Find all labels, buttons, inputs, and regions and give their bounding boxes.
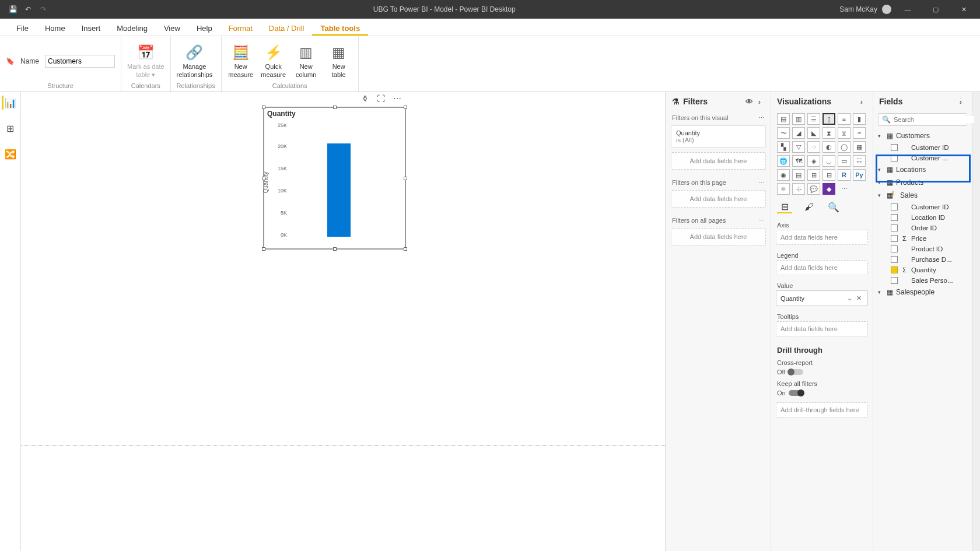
viz-card[interactable]: ▭ xyxy=(838,155,850,167)
format-mode-button[interactable]: 🖌 xyxy=(802,201,817,213)
keep-all-filters-toggle[interactable]: On xyxy=(777,389,804,396)
tab-format[interactable]: Format xyxy=(220,20,261,36)
checkbox[interactable] xyxy=(891,155,898,162)
report-canvas[interactable]: ⚱ ⛶ ⋯ Quantity Quantity 0K 5K 10K 15K 20… xyxy=(21,92,666,551)
viz-shape-map[interactable]: ◈ xyxy=(807,155,820,167)
viz-map[interactable]: 🌐 xyxy=(777,155,790,167)
tab-file[interactable]: File xyxy=(8,20,37,36)
field-sales-productid[interactable]: Product ID xyxy=(873,244,972,254)
manage-relationships-button[interactable]: 🔗 Manage relationships xyxy=(177,43,213,78)
resize-handle[interactable] xyxy=(404,177,407,180)
analytics-mode-button[interactable]: 🔍 xyxy=(826,201,841,213)
filter-dropzone[interactable]: Add data fields here xyxy=(671,228,766,245)
tooltips-well[interactable]: Add data fields here xyxy=(776,321,868,336)
field-customer-id[interactable]: Customer ID xyxy=(873,142,972,153)
field-customer-name[interactable]: Customer ... xyxy=(873,153,972,163)
tab-modeling[interactable]: Modeling xyxy=(108,20,156,36)
viz-line[interactable]: 〜 xyxy=(777,127,790,139)
checkbox[interactable] xyxy=(891,214,898,221)
viz-key-influencers[interactable]: ⚛ xyxy=(777,183,790,195)
viz-stacked-area[interactable]: ◣ xyxy=(807,127,820,139)
cross-report-toggle[interactable]: Off xyxy=(777,368,803,375)
drill-through-well[interactable]: Add drill-through fields here xyxy=(776,402,868,417)
resize-handle[interactable] xyxy=(333,106,337,109)
resize-handle[interactable] xyxy=(333,247,337,251)
maximize-icon[interactable]: ▢ xyxy=(924,6,947,13)
filter-dropzone[interactable]: Add data fields here xyxy=(671,190,766,208)
new-column-button[interactable]: ▥ New column xyxy=(293,43,320,78)
field-sales-quantity[interactable]: ΣQuantity xyxy=(873,265,972,275)
report-view-button[interactable]: 📊 xyxy=(2,96,16,110)
field-sales-customerid[interactable]: Customer ID xyxy=(873,202,972,212)
table-name-input[interactable] xyxy=(45,55,115,68)
viz-100-bar[interactable]: ≡ xyxy=(838,113,850,125)
viz-funnel[interactable]: ▽ xyxy=(792,141,805,153)
table-salespeople[interactable]: ▾ ▦ Salespeople xyxy=(873,286,972,299)
more-icon[interactable]: ⋯ xyxy=(758,114,765,122)
viz-gauge[interactable]: ◡ xyxy=(822,155,835,167)
more-icon[interactable]: ⋯ xyxy=(758,179,765,187)
field-sales-locationid[interactable]: Location ID xyxy=(873,212,972,223)
more-icon[interactable]: ⋯ xyxy=(393,94,401,103)
viz-stacked-bar[interactable]: ▤ xyxy=(777,113,790,125)
focus-mode-icon[interactable]: ⛶ xyxy=(377,94,385,103)
fields-search[interactable]: 🔍 xyxy=(878,113,967,126)
avatar[interactable] xyxy=(882,5,891,14)
visibility-icon[interactable]: 👁 xyxy=(744,97,754,106)
tab-datadrill[interactable]: Data / Drill xyxy=(261,20,313,36)
viz-kpi[interactable]: ◉ xyxy=(777,169,790,181)
viz-pie[interactable]: ◐ xyxy=(822,141,835,153)
viz-qa[interactable]: 💬 xyxy=(807,183,820,195)
checkbox[interactable] xyxy=(891,256,898,263)
field-sales-purchasedate[interactable]: Purchase D... xyxy=(873,254,972,265)
viz-filled-map[interactable]: 🗺 xyxy=(792,155,805,167)
data-view-button[interactable]: ⊞ xyxy=(4,121,18,135)
search-input[interactable] xyxy=(894,116,974,123)
viz-area[interactable]: ◢ xyxy=(792,127,805,139)
viz-table[interactable]: ⊞ xyxy=(807,169,820,181)
close-icon[interactable]: ✕ xyxy=(952,6,975,13)
vertical-scrollbar[interactable] xyxy=(972,92,980,551)
collapse-icon[interactable]: › xyxy=(856,97,867,106)
viz-decomposition[interactable]: ⊹ xyxy=(792,183,805,195)
table-customers[interactable]: ▾ ▦ Customers xyxy=(873,129,972,142)
collapse-icon[interactable]: › xyxy=(754,97,765,106)
viz-get-more[interactable]: ⋯ xyxy=(838,183,850,195)
resize-handle[interactable] xyxy=(262,106,265,109)
chevron-down-icon[interactable]: ⌄ xyxy=(845,294,855,302)
user-name[interactable]: Sam McKay xyxy=(839,5,877,13)
field-sales-salesperson[interactable]: Sales Perso... xyxy=(873,275,972,286)
viz-clustered-bar[interactable]: ☰ xyxy=(807,113,820,125)
viz-slicer[interactable]: ▤ xyxy=(792,169,805,181)
field-sales-price[interactable]: ΣPrice xyxy=(873,233,972,244)
checkbox-checked[interactable] xyxy=(891,266,898,273)
tab-view[interactable]: View xyxy=(156,20,188,36)
viz-stacked-column[interactable]: ▥ xyxy=(792,113,805,125)
viz-arcgis[interactable]: ◆ xyxy=(822,183,835,195)
value-well[interactable]: Quantity ⌄ ✕ xyxy=(776,290,868,306)
mark-as-date-button[interactable]: 📅 Mark as date table ▾ xyxy=(127,43,164,78)
collapse-icon[interactable]: › xyxy=(956,97,966,106)
table-sales[interactable]: ▾ ▦ Sales xyxy=(873,189,972,202)
chart-bar[interactable] xyxy=(327,143,351,237)
undo-icon[interactable]: ↶ xyxy=(22,5,34,13)
more-icon[interactable]: ⋯ xyxy=(758,217,765,224)
viz-ribbon[interactable]: ≈ xyxy=(853,127,866,139)
remove-icon[interactable]: ✕ xyxy=(855,294,863,302)
filter-card-quantity[interactable]: Quantity is (All) xyxy=(671,125,766,148)
checkbox[interactable] xyxy=(891,224,898,231)
column-chart-visual[interactable]: ⚱ ⛶ ⋯ Quantity Quantity 0K 5K 10K 15K 20… xyxy=(263,107,406,250)
model-view-button[interactable]: 🔀 xyxy=(4,147,18,161)
tab-tabletools[interactable]: Table tools xyxy=(312,20,368,36)
viz-python[interactable]: Py xyxy=(853,169,866,181)
tab-home[interactable]: Home xyxy=(37,20,74,36)
resize-handle[interactable] xyxy=(262,177,265,180)
new-table-button[interactable]: ▦ New table xyxy=(326,43,352,78)
viz-scatter[interactable]: ⁘ xyxy=(807,141,820,153)
new-measure-button[interactable]: 🧮 New measure xyxy=(228,43,254,78)
table-products[interactable]: ▾ ▦ Products xyxy=(873,176,972,189)
axis-well[interactable]: Add data fields here xyxy=(776,230,868,245)
viz-treemap[interactable]: ▦ xyxy=(853,141,866,153)
viz-donut[interactable]: ◯ xyxy=(838,141,850,153)
resize-handle[interactable] xyxy=(404,247,407,251)
